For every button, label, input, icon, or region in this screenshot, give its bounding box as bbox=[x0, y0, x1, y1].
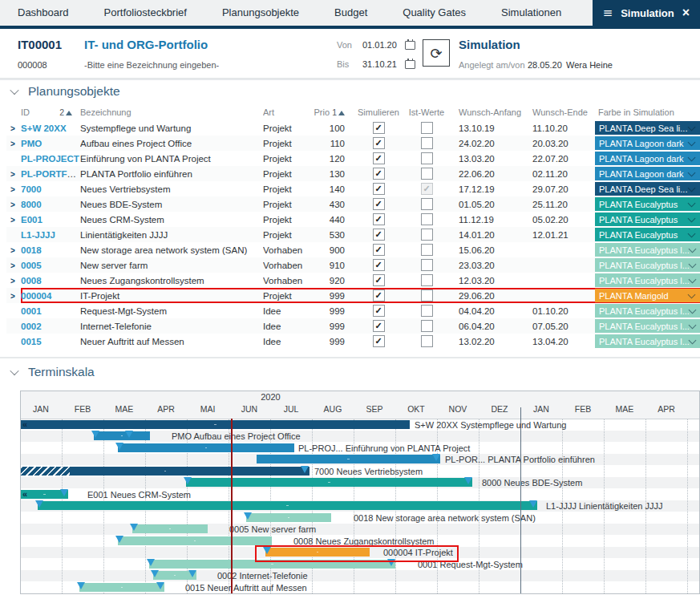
header-farbe[interactable]: Farbe in Simulation bbox=[595, 104, 700, 120]
ist-werte-checkbox[interactable]: ✓ bbox=[421, 335, 433, 347]
farbe-dropdown[interactable]: PLANTA Eucalyptus l... bbox=[595, 243, 700, 257]
nav-item-budget[interactable]: Budget bbox=[317, 0, 385, 26]
gantt-bar-s+w[interactable]: « bbox=[21, 420, 410, 429]
simulieren-checkbox[interactable]: ✓ bbox=[373, 183, 385, 195]
ist-werte-checkbox[interactable]: ✓ bbox=[421, 183, 433, 195]
gantt-bar-8000[interactable] bbox=[186, 478, 472, 487]
gantt-bar-0015[interactable] bbox=[79, 583, 164, 592]
gantt-bar-0008[interactable] bbox=[118, 536, 272, 545]
expand-chevron-icon[interactable]: > bbox=[6, 261, 15, 270]
header-art[interactable]: Art bbox=[263, 104, 313, 120]
farbe-dropdown[interactable]: PLANTA Eucalyptus l... bbox=[595, 334, 700, 348]
planning-object-link[interactable]: 8000 bbox=[21, 200, 42, 209]
simulieren-checkbox[interactable]: ✓ bbox=[373, 213, 385, 225]
ist-werte-checkbox[interactable]: ✓ bbox=[421, 152, 433, 164]
nav-item-planungsobjekte[interactable]: Planungsobjekte bbox=[204, 0, 317, 26]
farbe-dropdown[interactable]: PLANTA Deep Sea li... bbox=[595, 121, 700, 135]
ist-werte-checkbox[interactable]: ✓ bbox=[421, 198, 433, 210]
simulieren-checkbox[interactable]: ✓ bbox=[373, 274, 385, 286]
planning-object-link[interactable]: 7000 bbox=[21, 184, 42, 194]
simulieren-checkbox[interactable]: ✓ bbox=[373, 289, 385, 302]
portfolio-subtitle-placeholder[interactable]: -Bitte eine Bezeichnung eingeben- bbox=[84, 60, 219, 70]
farbe-dropdown[interactable]: PLANTA Eucalyptus bbox=[595, 197, 700, 211]
farbe-dropdown[interactable]: PLANTA Eucalyptus l... bbox=[595, 258, 700, 272]
planning-object-link[interactable]: E001 bbox=[21, 215, 42, 225]
expand-chevron-icon[interactable]: > bbox=[6, 200, 15, 209]
ist-werte-checkbox[interactable]: ✓ bbox=[421, 244, 433, 256]
simulieren-checkbox[interactable]: ✓ bbox=[373, 198, 385, 210]
simulieren-checkbox[interactable]: ✓ bbox=[373, 137, 385, 149]
section-terminskala[interactable]: Terminskala bbox=[0, 365, 95, 379]
farbe-dropdown[interactable]: PLANTA Eucalyptus bbox=[595, 228, 700, 241]
gantt-bar-0005[interactable] bbox=[132, 524, 208, 533]
farbe-dropdown[interactable]: PLANTA Eucalyptus l... bbox=[595, 273, 700, 287]
planning-object-link[interactable]: 000004 bbox=[21, 291, 51, 301]
expand-chevron-icon[interactable]: > bbox=[6, 140, 15, 148]
nav-item-quality-gates[interactable]: Quality Gates bbox=[385, 0, 484, 26]
farbe-dropdown[interactable]: PLANTA Lagoon dark bbox=[595, 152, 700, 165]
ist-werte-checkbox[interactable]: ✓ bbox=[421, 320, 433, 332]
refresh-button[interactable]: ⟳ bbox=[423, 39, 450, 67]
nav-item-portfoliosteckbrief[interactable]: Portfoliosteckbrief bbox=[87, 0, 204, 26]
ist-werte-checkbox[interactable]: ✓ bbox=[421, 213, 433, 225]
header-id[interactable]: ID2 bbox=[21, 104, 80, 120]
simulieren-checkbox[interactable]: ✓ bbox=[373, 259, 385, 271]
simulieren-checkbox[interactable]: ✓ bbox=[373, 229, 385, 241]
header-wunsch-anfang[interactable]: Wunsch-Anfang bbox=[447, 104, 521, 120]
simulieren-checkbox[interactable]: ✓ bbox=[373, 320, 385, 332]
gantt-bar-pmo[interactable] bbox=[94, 431, 150, 440]
simulieren-checkbox[interactable]: ✓ bbox=[373, 244, 385, 256]
farbe-dropdown[interactable]: PLANTA Eucalyptus bbox=[595, 212, 700, 226]
header-simulieren[interactable]: Simulieren bbox=[351, 104, 406, 120]
hamburger-menu-icon[interactable]: ≡ bbox=[603, 7, 613, 19]
ist-werte-checkbox[interactable]: ✓ bbox=[421, 229, 433, 241]
ist-werte-checkbox[interactable]: ✓ bbox=[421, 274, 433, 286]
planning-object-link[interactable]: L1-JJJJ bbox=[21, 230, 55, 240]
farbe-dropdown[interactable]: PLANTA Lagoon dark bbox=[595, 136, 700, 150]
ist-werte-checkbox[interactable]: ✓ bbox=[421, 168, 433, 180]
collapse-chevron-icon[interactable] bbox=[10, 86, 18, 95]
gantt-bar-pl-por-[interactable] bbox=[257, 455, 440, 463]
farbe-dropdown[interactable]: PLANTA Eucalyptus l... bbox=[595, 304, 700, 318]
tab-simulation-active[interactable]: ≡ Simulation × bbox=[593, 0, 700, 26]
expand-chevron-icon[interactable]: > bbox=[6, 185, 15, 194]
simulieren-checkbox[interactable]: ✓ bbox=[373, 335, 385, 347]
planning-object-link[interactable]: 0001 bbox=[21, 306, 42, 316]
simulieren-checkbox[interactable]: ✓ bbox=[373, 305, 385, 317]
farbe-dropdown[interactable]: PLANTA Deep Sea li... bbox=[595, 182, 700, 196]
calendar-icon-bis[interactable] bbox=[405, 60, 415, 69]
expand-chevron-icon[interactable]: > bbox=[6, 124, 15, 133]
gantt-bar-l1-jjjj[interactable] bbox=[38, 501, 537, 510]
planning-object-link[interactable]: 0018 bbox=[21, 245, 42, 255]
simulieren-checkbox[interactable]: ✓ bbox=[373, 168, 385, 180]
planning-object-link[interactable]: 0008 bbox=[21, 276, 42, 285]
expand-chevron-icon[interactable]: > bbox=[6, 277, 15, 285]
ist-werte-checkbox[interactable]: ✓ bbox=[421, 137, 433, 149]
simulieren-checkbox[interactable]: ✓ bbox=[373, 152, 385, 164]
planning-object-link[interactable]: S+W 20XX bbox=[21, 123, 67, 133]
farbe-dropdown[interactable]: PLANTA Marigold bbox=[595, 289, 700, 302]
header-prio[interactable]: Prio 1 bbox=[313, 104, 351, 120]
planning-object-link[interactable]: 0005 bbox=[21, 261, 42, 270]
expand-chevron-icon[interactable]: > bbox=[6, 246, 15, 255]
expand-chevron-icon[interactable]: > bbox=[6, 170, 15, 179]
ist-werte-checkbox[interactable]: ✓ bbox=[421, 305, 433, 317]
planning-object-link[interactable]: PL-PORTFO... bbox=[21, 169, 80, 179]
farbe-dropdown[interactable]: PLANTA Eucalyptus l... bbox=[595, 319, 700, 333]
ist-werte-checkbox[interactable]: ✓ bbox=[421, 289, 433, 302]
close-tab-icon[interactable]: × bbox=[682, 6, 690, 19]
planning-object-link[interactable]: PMO bbox=[21, 139, 42, 148]
expand-chevron-icon[interactable]: > bbox=[6, 292, 15, 301]
nav-item-simulationen[interactable]: Simulationen bbox=[484, 0, 579, 26]
von-date-field[interactable]: 01.01.20 bbox=[362, 40, 397, 50]
expand-chevron-icon[interactable]: > bbox=[6, 216, 15, 225]
nav-item-dashboard[interactable]: Dashboard bbox=[0, 0, 87, 26]
collapse-chevron-icon[interactable] bbox=[10, 366, 18, 375]
ist-werte-checkbox[interactable]: ✓ bbox=[421, 259, 433, 271]
header-bezeichnung[interactable]: Bezeichnung bbox=[80, 104, 263, 120]
header-ist-werte[interactable]: Ist-Werte bbox=[406, 104, 447, 120]
planning-object-link[interactable]: 0002 bbox=[21, 322, 42, 331]
gantt-bar-7000[interactable] bbox=[21, 467, 310, 476]
gantt-bar-pl-proj-[interactable] bbox=[118, 443, 294, 452]
simulieren-checkbox[interactable]: ✓ bbox=[373, 122, 385, 134]
